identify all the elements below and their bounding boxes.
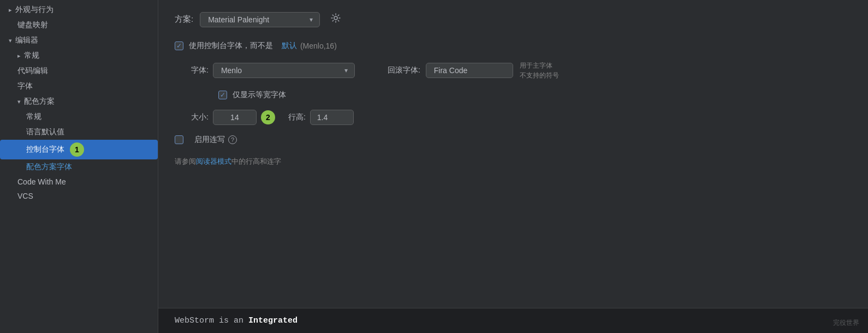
sidebar-item-code-editor[interactable]: 代码编辑 — [0, 63, 158, 79]
scheme-value: Material Palenight — [208, 15, 269, 24]
size-row: 大小: 2 行高: — [191, 110, 852, 125]
mono-only-row: 仅显示等宽字体 — [218, 90, 852, 100]
sidebar-item-appearance[interactable]: ▸ 外观与行为 — [0, 2, 158, 17]
sidebar-item-label: 控制台字体 — [26, 145, 64, 154]
watermark: 完役世界 — [833, 318, 859, 328]
badge-1: 1 — [70, 142, 84, 157]
sidebar-item-language-defaults[interactable]: 语言默认值 — [0, 124, 158, 140]
svg-point-0 — [334, 16, 337, 20]
fallback-note-line1: 用于主字体 — [520, 61, 559, 70]
line-height-input[interactable] — [310, 110, 354, 125]
sidebar-item-general[interactable]: ▸ 常规 — [0, 48, 158, 63]
reader-note: 请参阅阅读器模式中的行高和连字 — [175, 157, 852, 166]
use-console-font-label: 使用控制台字体，而不是 — [189, 41, 273, 51]
font-dropdown[interactable]: Menlo ▾ — [213, 63, 355, 78]
badge-2: 2 — [261, 110, 275, 124]
gear-button[interactable] — [328, 11, 344, 28]
ligature-checkbox[interactable] — [175, 135, 183, 144]
arrow-icon: ▾ — [17, 98, 21, 105]
sidebar-item-label: 常规 — [26, 112, 41, 122]
sidebar-item-label: 配色方案字体 — [26, 162, 72, 172]
sidebar-item-color-scheme-font[interactable]: 配色方案字体 — [0, 159, 158, 175]
ligature-label: 启用连写 — [194, 135, 225, 145]
sidebar-item-label: 键盘映射 — [17, 20, 48, 30]
reader-note-suffix: 中的行高和连字 — [231, 157, 281, 165]
line-height-label: 行高: — [288, 112, 306, 122]
sidebar-item-label: 配色方案 — [24, 97, 55, 106]
sidebar-item-console-font[interactable]: 控制台字体 1 — [0, 140, 158, 159]
size-label: 大小: — [191, 112, 209, 122]
reader-note-prefix: 请参阅 — [175, 157, 196, 165]
chevron-down-icon: ▾ — [337, 67, 348, 74]
arrow-icon: ▾ — [9, 37, 12, 44]
sidebar-item-label: 字体 — [17, 81, 33, 91]
reader-mode-link[interactable]: 阅读器模式 — [196, 157, 231, 165]
sidebar-item-label: 常规 — [24, 51, 39, 61]
size-input[interactable] — [213, 110, 257, 125]
sidebar-item-code-with-me[interactable]: Code With Me — [0, 175, 158, 189]
sidebar-item-label: 编辑器 — [15, 35, 38, 45]
sidebar-item-scheme-general[interactable]: 常规 — [0, 109, 158, 124]
fallback-note: 用于主字体 不支持的符号 — [520, 61, 559, 80]
default-link[interactable]: 默认 — [282, 41, 297, 51]
font-row: 字体: Menlo ▾ 回滚字体: Fira Code 用于主字体 不支持的符号 — [191, 61, 852, 80]
font-default-info: (Menlo,16) — [300, 41, 337, 50]
sidebar-item-font[interactable]: 字体 — [0, 79, 158, 94]
use-console-font-row: 使用控制台字体，而不是 默认 (Menlo,16) — [175, 41, 852, 51]
sidebar-item-label: Code With Me — [17, 177, 66, 186]
sidebar-item-editor[interactable]: ▾ 编辑器 — [0, 33, 158, 48]
sidebar-item-label: 代码编辑 — [17, 66, 48, 76]
ligature-row: 启用连写 ? — [175, 135, 852, 145]
scheme-label: 方案: — [175, 14, 193, 25]
scheme-row: 方案: Material Palenight ▾ — [175, 11, 852, 28]
help-icon[interactable]: ? — [228, 135, 237, 144]
font-value: Menlo — [221, 66, 242, 75]
font-label: 字体: — [191, 66, 209, 75]
preview-text-part1: WebStorm is an — [175, 316, 248, 325]
main-panel: 方案: Material Palenight ▾ 使用控制台字体，而不是 默认 … — [158, 0, 868, 333]
fallback-note-line2: 不支持的符号 — [520, 70, 559, 80]
chevron-down-icon: ▾ — [302, 16, 313, 23]
arrow-icon: ▸ — [9, 7, 12, 14]
sidebar: ▸ 外观与行为 键盘映射 ▾ 编辑器 ▸ 常规 代码编辑 字体 ▾ 配色方案 常… — [0, 0, 158, 333]
sidebar-item-label: VCS — [17, 192, 33, 200]
arrow-icon: ▸ — [17, 52, 21, 60]
fallback-label: 回滚字体: — [388, 66, 420, 75]
mono-only-label: 仅显示等宽字体 — [233, 90, 286, 100]
sidebar-item-label: 语言默认值 — [26, 127, 64, 137]
preview-area: WebStorm is an Integrated — [158, 308, 868, 333]
sidebar-item-keymap[interactable]: 键盘映射 — [0, 17, 158, 33]
mono-only-checkbox[interactable] — [218, 91, 227, 99]
sidebar-item-label: 外观与行为 — [15, 5, 53, 15]
sidebar-item-vcs[interactable]: VCS — [0, 189, 158, 203]
fallback-value: Fira Code — [426, 63, 513, 78]
preview-text-bold: Integrated — [248, 316, 298, 325]
scheme-dropdown[interactable]: Material Palenight ▾ — [200, 12, 320, 27]
sidebar-item-color-scheme[interactable]: ▾ 配色方案 — [0, 94, 158, 109]
settings-section: 使用控制台字体，而不是 默认 (Menlo,16) 字体: Menlo ▾ 回滚… — [175, 41, 852, 166]
use-console-font-checkbox[interactable] — [175, 41, 183, 50]
